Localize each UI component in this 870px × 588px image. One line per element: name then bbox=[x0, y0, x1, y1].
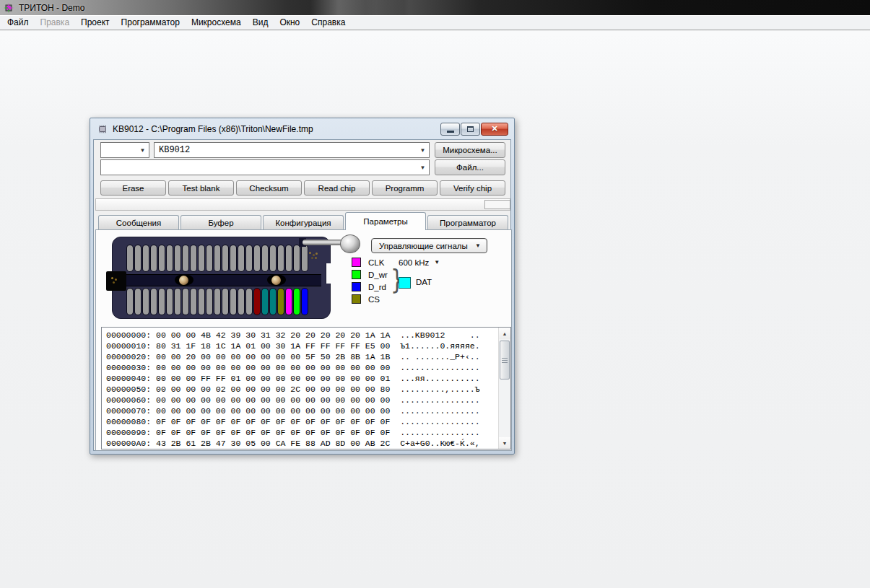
socket-pin bbox=[175, 289, 180, 315]
close-button[interactable]: ✕ bbox=[481, 123, 508, 136]
menu-item-Микросхема[interactable]: Микросхема bbox=[186, 15, 247, 30]
socket-pin bbox=[206, 289, 212, 315]
socket-pin bbox=[262, 245, 268, 271]
restore-icon bbox=[467, 126, 474, 132]
scrollbar-thumb[interactable] bbox=[500, 341, 510, 379]
socket-pin bbox=[151, 245, 157, 271]
socket-bottom-pins bbox=[127, 289, 308, 315]
tab-Конфигурация[interactable]: Конфигурация bbox=[263, 215, 344, 230]
window-controls: ✕ bbox=[440, 123, 508, 136]
desktop: { "window": { "title": "ТРИТОН - Demo" }… bbox=[0, 0, 870, 588]
socket-pin bbox=[135, 289, 141, 315]
dat-label: DAT bbox=[416, 278, 432, 286]
socket-pin bbox=[294, 289, 300, 315]
menu-item-Окно[interactable]: Окно bbox=[274, 15, 305, 30]
socket-pin bbox=[183, 245, 188, 271]
chevron-down-icon: ▼ bbox=[434, 259, 440, 266]
close-icon: ✕ bbox=[491, 125, 497, 133]
hex-row: 00000080: 0F 0F 0F 0F 0F 0F 0F 0F 0F 0F … bbox=[106, 416, 498, 427]
vertical-scrollbar[interactable]: ▲ ▼ bbox=[498, 328, 510, 449]
button-read-chip[interactable]: Read chip bbox=[304, 180, 370, 196]
hex-row: 00000000: 00 00 00 4B 42 39 30 31 32 20 … bbox=[106, 330, 498, 341]
chevron-down-icon: ▼ bbox=[136, 143, 149, 157]
chevron-down-icon: ▼ bbox=[475, 242, 481, 249]
socket-pin bbox=[214, 245, 220, 271]
socket-pin bbox=[270, 289, 276, 315]
screw-icon bbox=[271, 276, 281, 285]
hex-row: 00000020: 00 00 20 00 00 00 00 00 00 00 … bbox=[106, 351, 498, 362]
hex-row: 00000030: 00 00 00 00 00 00 00 00 00 00 … bbox=[106, 362, 498, 373]
signal-label: CS bbox=[368, 295, 399, 304]
socket-pin bbox=[222, 245, 228, 271]
socket-logo-marking bbox=[309, 252, 311, 254]
child-window: KB9012 - C:\Program Files (x86)\Triton\N… bbox=[90, 118, 515, 455]
legend-row-CLK: CLK600 kHz▼ bbox=[352, 256, 510, 268]
menu-item-Программатор[interactable]: Программатор bbox=[116, 15, 186, 30]
socket-pin bbox=[254, 289, 260, 315]
screw-icon bbox=[179, 276, 188, 285]
legend-row-CS: CS bbox=[352, 293, 510, 305]
socket-pin bbox=[143, 245, 149, 271]
socket-pin bbox=[175, 245, 180, 271]
zif-socket-graphic bbox=[112, 237, 331, 319]
socket-pin bbox=[191, 289, 196, 315]
button-erase[interactable]: Erase bbox=[100, 180, 166, 196]
chip-select-button[interactable]: Микросхема... bbox=[435, 142, 505, 158]
hex-row: 00000010: 80 31 1F 18 1C 1A 01 00 30 1A … bbox=[106, 341, 498, 351]
chip-combo[interactable]: KB9012 ▼ bbox=[154, 142, 430, 158]
tab-Параметры[interactable]: Параметры bbox=[345, 212, 426, 230]
signal-swatch bbox=[352, 294, 361, 304]
socket-lever-rod bbox=[303, 240, 344, 245]
tab-Сообщения[interactable]: Сообщения bbox=[98, 215, 179, 230]
menu-item-Правка: Правка bbox=[35, 15, 76, 30]
tab-Буфер[interactable]: Буфер bbox=[180, 215, 261, 230]
button-test-blank[interactable]: Test blank bbox=[168, 180, 234, 196]
menu-item-Вид[interactable]: Вид bbox=[247, 15, 274, 30]
menu-item-Справка[interactable]: Справка bbox=[305, 15, 351, 30]
signal-swatch bbox=[352, 282, 361, 291]
button-programm[interactable]: Programm bbox=[372, 180, 438, 196]
socket-pin bbox=[302, 289, 308, 315]
hex-rows: 00000000: 00 00 00 4B 42 39 30 31 32 20 … bbox=[102, 328, 498, 449]
menu-bar: ФайлПравкаПроектПрограмматорМикросхемаВи… bbox=[0, 15, 870, 30]
child-title-bar[interactable]: KB9012 - C:\Program Files (x86)\Triton\N… bbox=[90, 118, 514, 139]
chevron-down-icon: ▼ bbox=[417, 143, 429, 157]
minimize-icon bbox=[447, 131, 454, 133]
scroll-down-button[interactable]: ▼ bbox=[499, 437, 510, 449]
chip-module bbox=[106, 271, 126, 291]
menu-item-Файл[interactable]: Файл bbox=[1, 15, 35, 30]
socket-pin bbox=[278, 245, 284, 271]
scroll-up-button[interactable]: ▲ bbox=[499, 328, 510, 339]
chevron-down-icon: ▼ bbox=[417, 160, 429, 175]
status-bar bbox=[95, 198, 510, 211]
socket-pin bbox=[151, 289, 157, 315]
socket-lever-knob bbox=[340, 234, 360, 253]
socket-pin bbox=[183, 289, 188, 315]
minimize-button[interactable] bbox=[440, 123, 460, 136]
signal-swatch bbox=[352, 270, 361, 279]
hex-viewer[interactable]: 00000000: 00 00 00 4B 42 39 30 31 32 20 … bbox=[101, 327, 511, 449]
socket-pin bbox=[135, 245, 141, 271]
tab-Программатор[interactable]: Программатор bbox=[427, 215, 508, 230]
file-combo[interactable]: ▼ bbox=[100, 159, 430, 175]
chip-icon bbox=[97, 124, 108, 134]
button-verify-chip[interactable]: Verify chip bbox=[440, 180, 505, 196]
socket-pin bbox=[206, 245, 212, 271]
socket-pin bbox=[238, 289, 244, 315]
socket-pin bbox=[254, 245, 260, 271]
device-combo[interactable]: ▼ bbox=[100, 142, 149, 158]
socket-pin bbox=[246, 245, 252, 271]
app-icon bbox=[3, 2, 14, 14]
menu-item-Проект[interactable]: Проект bbox=[75, 15, 116, 30]
signals-dropdown[interactable]: Управляющие сигналы ▼ bbox=[371, 238, 487, 253]
socket-pin bbox=[302, 245, 308, 271]
hex-row: 00000040: 00 00 00 FF FF 01 00 00 00 00 … bbox=[106, 373, 498, 384]
hex-row: 00000060: 00 00 00 00 00 00 00 00 00 00 … bbox=[106, 395, 498, 405]
button-checksum[interactable]: Checksum bbox=[236, 180, 302, 196]
hex-row: 00000090: 0F 0F 0F 0F 0F 0F 0F 0F 0F 0F … bbox=[106, 427, 498, 438]
mdi-area: KB9012 - C:\Program Files (x86)\Triton\N… bbox=[0, 31, 870, 588]
socket-pin bbox=[278, 289, 284, 315]
file-select-button[interactable]: Файл... bbox=[435, 159, 505, 175]
restore-button[interactable] bbox=[461, 123, 480, 136]
hex-row: 000000A0: 43 2B 61 2B 47 30 05 00 CA FE … bbox=[106, 438, 498, 449]
